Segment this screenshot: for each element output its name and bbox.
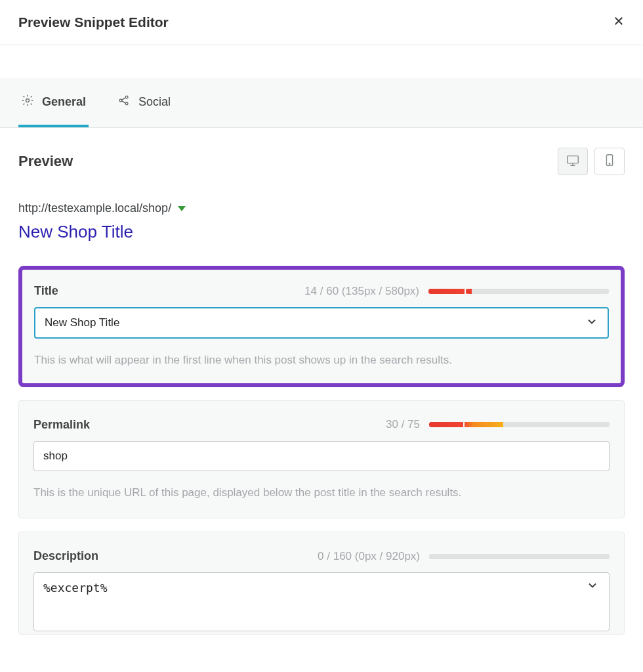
title-input[interactable] (34, 307, 609, 339)
share-icon (117, 94, 131, 110)
preview-title: New Shop Title (18, 222, 625, 242)
svg-point-0 (26, 99, 30, 102)
permalink-counter: 30 / 75 (386, 418, 420, 431)
field-label: Permalink (33, 418, 90, 432)
close-icon[interactable] (613, 15, 625, 30)
title-helper: This is what will appear in the first li… (34, 352, 609, 369)
tab-general[interactable]: General (18, 78, 89, 127)
tab-label: Social (138, 95, 171, 109)
desktop-icon (566, 153, 580, 170)
gear-icon (21, 94, 34, 110)
mobile-icon (602, 153, 617, 170)
svg-point-1 (119, 99, 122, 102)
preview-url: http://testexample.local/shop/ (18, 201, 171, 215)
preview-label: Preview (18, 153, 73, 170)
modal-header: Preview Snippet Editor (0, 0, 643, 45)
mobile-view-button[interactable] (594, 148, 625, 175)
description-counter: 0 / 160 (0px / 920px) (318, 550, 420, 563)
permalink-meter (429, 422, 610, 427)
tab-label: General (42, 95, 86, 109)
preview-url-line: http://testexample.local/shop/ (18, 201, 625, 215)
description-meter (429, 554, 610, 559)
chevron-down-icon[interactable] (586, 579, 599, 595)
caret-down-icon[interactable] (178, 206, 186, 211)
svg-rect-4 (568, 156, 579, 163)
tabs-bar: General Social (0, 78, 643, 128)
field-label: Description (33, 549, 98, 563)
svg-point-6 (609, 163, 610, 164)
permalink-input[interactable] (33, 441, 610, 471)
permalink-card: Permalink 30 / 75 This is the unique URL… (18, 400, 625, 519)
chevron-down-icon[interactable] (585, 315, 598, 331)
modal-title: Preview Snippet Editor (18, 14, 169, 30)
permalink-helper: This is the unique URL of this page, dis… (33, 484, 610, 501)
svg-point-2 (125, 96, 128, 98)
field-label: Title (34, 284, 58, 298)
description-card: Description 0 / 160 (0px / 920px) (18, 532, 625, 635)
title-meter (428, 289, 609, 294)
title-card: Title 14 / 60 (135px / 580px) This is wh… (18, 266, 625, 387)
tab-social[interactable]: Social (115, 78, 173, 127)
preview-header: Preview (18, 148, 625, 175)
title-counter: 14 / 60 (135px / 580px) (304, 285, 419, 298)
description-input[interactable] (33, 572, 610, 631)
svg-point-3 (125, 102, 128, 105)
view-toggle (558, 148, 625, 175)
desktop-view-button[interactable] (558, 148, 588, 175)
